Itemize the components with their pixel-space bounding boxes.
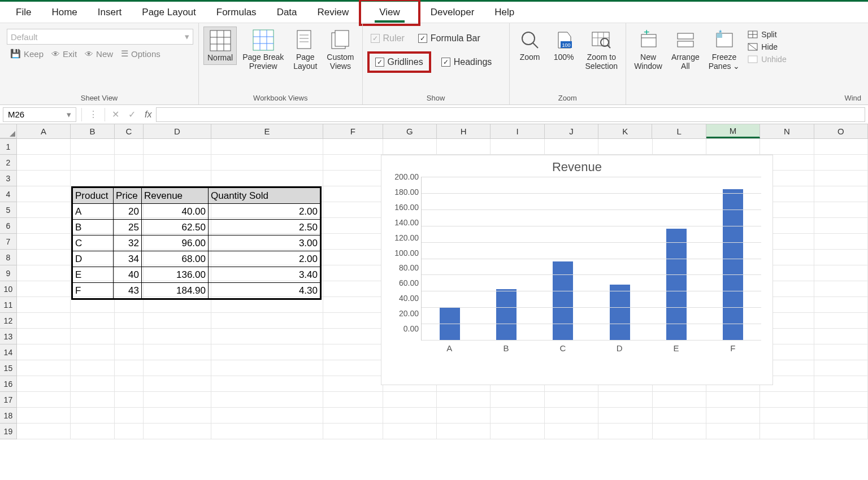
cell-A15[interactable]: [17, 360, 71, 376]
zoom-100-button[interactable]: 100100%: [548, 27, 580, 64]
cell-O14[interactable]: [814, 344, 868, 360]
normal-view-button[interactable]: Normal: [203, 27, 237, 65]
cell-L17[interactable]: [653, 392, 706, 408]
cell-F4[interactable]: [323, 186, 383, 202]
cell-D16[interactable]: [144, 376, 211, 392]
row-header-11[interactable]: 11: [0, 297, 17, 313]
headings-checkbox[interactable]: ✓Headings: [438, 51, 496, 73]
cell-F6[interactable]: [323, 218, 383, 234]
custom-views-button[interactable]: Custom Views: [323, 27, 357, 73]
cell-G19[interactable]: [383, 424, 437, 439]
fx-icon[interactable]: fx: [140, 110, 156, 120]
row-header-5[interactable]: 5: [0, 202, 17, 218]
cell-L1[interactable]: [653, 139, 706, 155]
zoom-button[interactable]: Zoom: [514, 27, 546, 64]
cancel-icon[interactable]: ✕: [107, 109, 124, 120]
fb-more-icon[interactable]: ⋮: [84, 109, 102, 120]
col-header-K[interactable]: K: [598, 124, 652, 138]
cell-B13[interactable]: [71, 329, 115, 344]
cell-C3[interactable]: [115, 171, 144, 186]
col-header-I[interactable]: I: [491, 124, 544, 138]
cell-F11[interactable]: [323, 297, 383, 313]
cell-O13[interactable]: [814, 329, 868, 344]
cell-G17[interactable]: [383, 392, 437, 408]
options-button[interactable]: ☰Options: [118, 47, 164, 60]
cell-A1[interactable]: [17, 139, 71, 155]
cell-A19[interactable]: [17, 424, 71, 439]
cell-A4[interactable]: [17, 186, 71, 202]
row-header-9[interactable]: 9: [0, 265, 17, 281]
cell-F13[interactable]: [323, 329, 383, 344]
cell-K18[interactable]: [598, 408, 652, 424]
cell-C1[interactable]: [115, 139, 144, 155]
row-header-7[interactable]: 7: [0, 234, 17, 250]
cell-D17[interactable]: [144, 392, 211, 408]
cell-F15[interactable]: [323, 360, 383, 376]
cell-A17[interactable]: [17, 392, 71, 408]
cell-G18[interactable]: [383, 408, 437, 424]
menu-formulas[interactable]: Formulas: [206, 3, 267, 22]
cell-F16[interactable]: [323, 376, 383, 392]
cell-N17[interactable]: [760, 392, 814, 408]
page-layout-button[interactable]: Page Layout: [289, 27, 321, 73]
cell-A14[interactable]: [17, 344, 71, 360]
cell-A10[interactable]: [17, 281, 71, 297]
cell-E13[interactable]: [211, 329, 324, 344]
cell-F9[interactable]: [323, 265, 383, 281]
cell-C2[interactable]: [115, 155, 144, 171]
cell-A13[interactable]: [17, 329, 71, 344]
cell-C12[interactable]: [115, 313, 144, 329]
cell-C19[interactable]: [115, 424, 144, 439]
menu-help[interactable]: Help: [484, 3, 524, 22]
cell-E15[interactable]: [211, 360, 324, 376]
row-header-10[interactable]: 10: [0, 281, 17, 297]
cell-K1[interactable]: [598, 139, 652, 155]
menu-review[interactable]: Review: [307, 3, 359, 22]
cell-H18[interactable]: [437, 408, 491, 424]
cell-D12[interactable]: [144, 313, 211, 329]
cell-H19[interactable]: [437, 424, 491, 439]
cell-F2[interactable]: [323, 155, 383, 171]
cell-J19[interactable]: [545, 424, 598, 439]
cell-B1[interactable]: [71, 139, 115, 155]
cell-F8[interactable]: [323, 250, 383, 265]
cell-L19[interactable]: [653, 424, 706, 439]
cell-J18[interactable]: [545, 408, 598, 424]
col-header-H[interactable]: H: [437, 124, 491, 138]
cell-A5[interactable]: [17, 202, 71, 218]
cell-O7[interactable]: [814, 234, 868, 250]
menu-data[interactable]: Data: [267, 3, 307, 22]
split-button[interactable]: Split: [745, 29, 788, 40]
cell-F10[interactable]: [323, 281, 383, 297]
cell-B12[interactable]: [71, 313, 115, 329]
cell-B2[interactable]: [71, 155, 115, 171]
gridlines-checkbox[interactable]: ✓Gridlines: [372, 55, 427, 69]
row-header-15[interactable]: 15: [0, 360, 17, 376]
col-header-O[interactable]: O: [814, 124, 868, 138]
cell-O19[interactable]: [814, 424, 868, 439]
col-header-M[interactable]: M: [706, 124, 760, 138]
cell-D18[interactable]: [144, 408, 211, 424]
exit-button[interactable]: 👁Exit: [48, 47, 80, 60]
new-window-button[interactable]: +New Window: [631, 27, 666, 73]
cell-H17[interactable]: [437, 392, 491, 408]
cell-K19[interactable]: [598, 424, 652, 439]
cell-C17[interactable]: [115, 392, 144, 408]
cell-E19[interactable]: [211, 424, 324, 439]
cell-A18[interactable]: [17, 408, 71, 424]
cell-N19[interactable]: [760, 424, 814, 439]
cell-A6[interactable]: [17, 218, 71, 234]
menu-developer[interactable]: Developer: [420, 3, 485, 22]
cell-H1[interactable]: [437, 139, 491, 155]
cell-E18[interactable]: [211, 408, 324, 424]
cell-O17[interactable]: [814, 392, 868, 408]
cell-F7[interactable]: [323, 234, 383, 250]
row-header-16[interactable]: 16: [0, 376, 17, 392]
cell-O11[interactable]: [814, 297, 868, 313]
cell-O6[interactable]: [814, 218, 868, 234]
cell-D2[interactable]: [144, 155, 211, 171]
col-header-L[interactable]: L: [652, 124, 706, 138]
cell-E3[interactable]: [211, 171, 324, 186]
cell-N18[interactable]: [760, 408, 814, 424]
cell-O10[interactable]: [814, 281, 868, 297]
